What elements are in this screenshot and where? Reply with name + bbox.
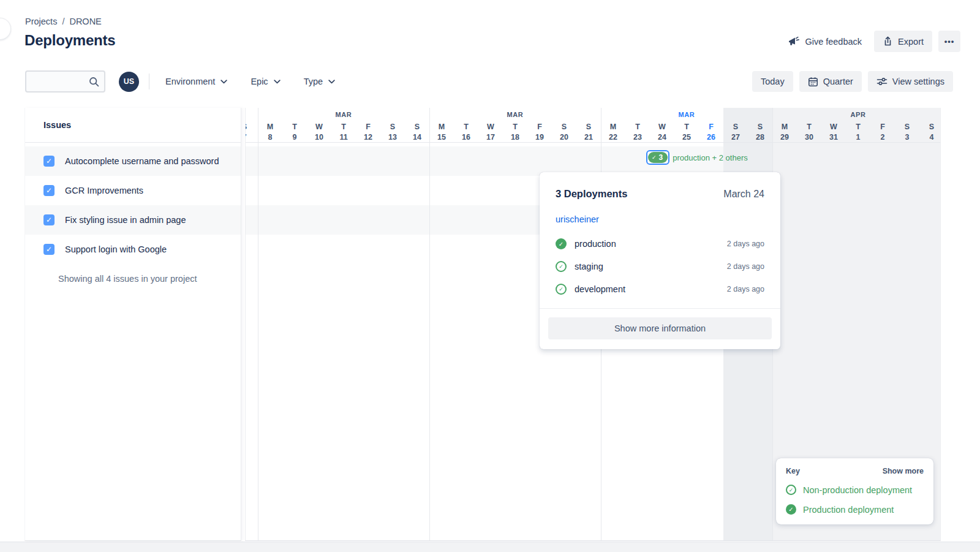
- calendar-day: S7: [246, 123, 257, 142]
- environment-time: 2 days ago: [727, 285, 764, 293]
- day-number: 14: [405, 133, 429, 142]
- popup-user-link[interactable]: urischeiner: [540, 200, 780, 224]
- issue-checkbox[interactable]: ✓: [43, 185, 55, 196]
- issue-checkbox[interactable]: ✓: [43, 214, 55, 225]
- search-icon: [89, 77, 99, 87]
- issue-title: GCR Improvements: [65, 186, 143, 195]
- day-letter: W: [307, 123, 331, 133]
- week-days: M29T30W31T1F2S3S4: [772, 123, 941, 142]
- calendar-week: S7: [246, 108, 258, 142]
- calendar-day: T16: [454, 123, 478, 142]
- day-letter: S: [919, 123, 941, 133]
- bottom-scroll-strip[interactable]: [0, 542, 980, 552]
- day-number: 31: [821, 133, 846, 142]
- today-button[interactable]: Today: [752, 71, 793, 92]
- calendar-day: W24: [650, 123, 674, 142]
- quarter-button[interactable]: Quarter: [799, 71, 862, 92]
- issue-row[interactable]: ✓Support login with Google: [25, 235, 241, 264]
- epic-filter-label: Epic: [251, 77, 268, 86]
- epic-filter-dropdown[interactable]: Epic: [243, 72, 287, 91]
- issue-checkbox[interactable]: ✓: [43, 244, 55, 255]
- day-letter: S: [552, 123, 576, 133]
- day-number: 4: [919, 133, 941, 142]
- day-letter: S: [576, 123, 601, 133]
- calendar-day: W17: [478, 123, 503, 142]
- issue-row[interactable]: ✓Autocomplete username and password: [25, 146, 241, 176]
- day-number: 7: [246, 133, 257, 142]
- calendar-icon: [808, 77, 818, 87]
- day-number: 25: [674, 133, 699, 142]
- environment-filter-dropdown[interactable]: Environment: [158, 72, 235, 91]
- view-settings-label: View settings: [892, 77, 944, 86]
- issue-row[interactable]: ✓GCR Improvements: [25, 176, 241, 205]
- week-days: M8T9W10T11F12S13S14: [258, 123, 429, 142]
- day-number: 22: [601, 133, 625, 142]
- day-number: 3: [895, 133, 919, 142]
- issues-panel: Issues ✓Autocomplete username and passwo…: [24, 108, 241, 541]
- environment-time: 2 days ago: [727, 262, 764, 271]
- day-number: 8: [258, 133, 282, 142]
- calendar-day: T18: [503, 123, 527, 142]
- month-label: [246, 108, 258, 123]
- view-settings-button[interactable]: View settings: [868, 71, 953, 92]
- day-number: 18: [503, 133, 527, 142]
- breadcrumb-projects-link[interactable]: Projects: [25, 17, 57, 26]
- search-input[interactable]: [32, 76, 89, 87]
- deployments-popup: 3 Deployments March 24 urischeiner ✓prod…: [540, 172, 780, 349]
- give-feedback-button[interactable]: Give feedback: [782, 32, 868, 50]
- filter-divider: [149, 74, 149, 89]
- calendar-day: S28: [748, 123, 772, 142]
- week-separator: [258, 108, 258, 541]
- day-letter: F: [699, 123, 723, 133]
- key-items: ✓Non-production deployment✓Production de…: [786, 485, 924, 515]
- type-filter-dropdown[interactable]: Type: [296, 72, 342, 91]
- day-letter: W: [478, 123, 503, 133]
- day-letter: M: [429, 123, 454, 133]
- breadcrumb-project-link[interactable]: DRONE: [69, 17, 101, 26]
- avatar[interactable]: US: [119, 72, 139, 92]
- day-number: 9: [282, 133, 307, 142]
- ellipsis-icon: •••: [944, 37, 955, 46]
- popup-divider: [540, 308, 780, 309]
- issue-row[interactable]: ✓Fix styling issue in admin page: [25, 205, 241, 235]
- week-days: S7: [246, 123, 258, 142]
- deployment-marker-label[interactable]: production + 2 others: [673, 153, 748, 162]
- production-check-icon: ✓: [786, 504, 796, 515]
- calendar-day: T23: [625, 123, 650, 142]
- sidebar-collapse-button[interactable]: [0, 18, 11, 40]
- day-letter: S: [723, 123, 748, 133]
- deployment-badge-pill: ✓ 3: [648, 152, 668, 163]
- header-actions: Give feedback Export •••: [782, 31, 960, 52]
- non-production-check-icon: ✓: [786, 485, 796, 495]
- day-number: 2: [870, 133, 895, 142]
- chevron-down-icon: [328, 80, 335, 84]
- month-label: APR: [772, 108, 941, 123]
- non-production-check-icon: ✓: [556, 261, 567, 272]
- issues-panel-header: Issues: [25, 108, 241, 143]
- day-letter: T: [454, 123, 478, 133]
- day-letter: T: [282, 123, 307, 133]
- issue-checkbox[interactable]: ✓: [43, 156, 55, 167]
- show-more-information-button[interactable]: Show more information: [548, 317, 772, 339]
- calendar-day: M29: [772, 123, 797, 142]
- key-item: ✓Production deployment: [786, 504, 924, 515]
- more-actions-button[interactable]: •••: [938, 31, 960, 52]
- calendar-day: M22: [601, 123, 625, 142]
- key-show-more-link[interactable]: Show more: [883, 467, 924, 475]
- environment-row: ✓production2 days ago: [556, 238, 764, 249]
- day-letter: S: [405, 123, 429, 133]
- calendar-day: W10: [307, 123, 331, 142]
- calendar-week: MARM22T23W24T25F26S27S28: [601, 108, 772, 142]
- day-number: 10: [307, 133, 331, 142]
- week-separator: [429, 108, 430, 541]
- key-header: Key Show more: [786, 467, 924, 475]
- breadcrumb-separator: /: [62, 17, 64, 26]
- day-number: 30: [797, 133, 821, 142]
- export-button[interactable]: Export: [874, 31, 932, 52]
- environment-time: 2 days ago: [727, 240, 764, 248]
- calendar-day: F12: [356, 123, 380, 142]
- deployment-badge[interactable]: ✓ 3: [646, 150, 669, 165]
- issue-title: Support login with Google: [65, 244, 167, 254]
- day-number: 29: [772, 133, 797, 142]
- day-letter: W: [650, 123, 674, 133]
